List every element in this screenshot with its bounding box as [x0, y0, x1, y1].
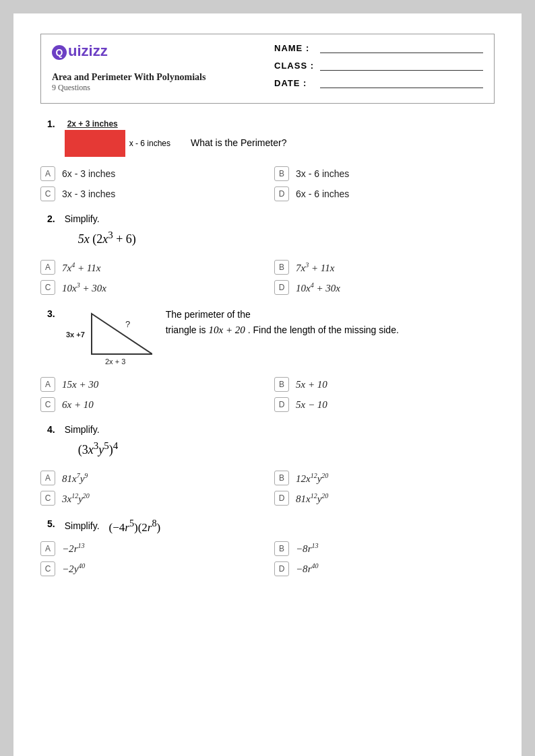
q5-option-c: C −2y40 [40, 561, 261, 576]
q2-option-d: D 10x4 + 30x [274, 280, 495, 295]
q4-letter-c: C [40, 491, 55, 506]
q5-num: 5. [47, 518, 55, 529]
q1-num: 1. [47, 118, 55, 129]
q4-option-d: D 81x12y20 [274, 491, 495, 506]
question-2: 2. Simplify. 5x (2x3 + 6) A 7x4 + 11x B … [40, 213, 495, 295]
q3-triangle-area: 3x +7 2x + 3 ? [65, 307, 152, 370]
date-label: DATE : [274, 78, 315, 88]
name-field: NAME : [274, 42, 483, 53]
q3-options: A 15x + 30 B 5x + 10 C 6x + 10 D 5x − 10 [40, 377, 495, 412]
q1-option-b: B 3x - 6 inches [274, 166, 495, 181]
q4-letter-d: D [274, 491, 289, 506]
q4-letter-a: A [40, 471, 55, 485]
q1-letter-d: D [274, 186, 289, 201]
q1-letter-a: A [40, 166, 55, 181]
name-line [320, 42, 483, 53]
question-3: 3. 3x +7 2x + 3 ? The pe [40, 307, 495, 412]
q1-top-label: 2x + 3 inches [67, 119, 118, 129]
quiz-subtitle: 9 Questions [52, 83, 261, 93]
name-label: NAME : [274, 43, 315, 53]
q5-text-a: −2r13 [62, 542, 84, 555]
class-field: CLASS : [274, 60, 483, 71]
q4-options: A 81x7y9 B 12x12y20 C 3x12y20 D 81x12y20 [40, 471, 495, 506]
q1-rect-row: x - 6 inches [65, 130, 170, 157]
q1-option-a: A 6x - 3 inches [40, 166, 261, 181]
q3-option-a: A 15x + 30 [40, 377, 261, 392]
quizizz-logo: Quizizz [52, 42, 261, 60]
q3-text-c: 6x + 10 [62, 399, 94, 411]
q5-option-a: A −2r13 [40, 541, 261, 556]
q2-expr: 5x (2x3 + 6) [78, 230, 136, 246]
q1-option-c: C 3x - 3 inches [40, 186, 261, 201]
q4-content: Simplify. (3x3y5)4 [65, 424, 119, 464]
q1-text-d: 6x - 6 inches [296, 188, 349, 199]
q5-text-b: −8r13 [296, 542, 318, 555]
q1-text-a: 6x - 3 inches [62, 168, 115, 179]
logo-q-circle: Q [52, 45, 67, 60]
q3-letter-c: C [40, 397, 55, 412]
date-field: DATE : [274, 77, 483, 88]
q1-letter-b: B [274, 166, 289, 181]
q5-letter-c: C [40, 561, 55, 576]
q4-option-c: C 3x12y20 [40, 491, 261, 506]
q5-expr: (−4r5)(2r8) [109, 518, 161, 535]
question-1: 1. 2x + 3 inches x - 6 inches What is th… [40, 117, 495, 201]
q2-text-d: 10x4 + 30x [296, 281, 340, 294]
q2-letter-a: A [40, 260, 55, 275]
q1-rect-shape [65, 130, 125, 157]
q3-side1-label: 3x +7 [66, 331, 85, 339]
q2-letter-b: B [274, 260, 289, 275]
q1-prompt: What is the Perimeter? [191, 137, 286, 148]
q4-option-b: B 12x12y20 [274, 471, 495, 485]
q3-text-d: 5x − 10 [296, 399, 327, 411]
q1-text-b: 3x - 6 inches [296, 168, 349, 179]
q5-prompt: Simplify. [65, 520, 100, 531]
class-line [320, 60, 483, 71]
q4-num: 4. [47, 424, 55, 435]
svg-marker-0 [92, 314, 152, 354]
q5-option-b: B −8r13 [274, 541, 495, 556]
q5-letter-d: D [274, 561, 289, 576]
q5-letter-b: B [274, 541, 289, 556]
q2-options: A 7x4 + 11x B 7x3 + 11x C 10x3 + 30x D 1… [40, 260, 495, 295]
q1-option-d: D 6x - 6 inches [274, 186, 495, 201]
page: Quizizz Area and Perimeter With Polynomi… [13, 13, 522, 756]
q4-letter-b: B [274, 471, 289, 485]
question-5: 5. Simplify. (−4r5)(2r8) A −2r13 B −8r13… [40, 518, 495, 576]
q4-text-d: 81x12y20 [296, 492, 328, 505]
q3-perimeter-expr: 10x + 20 [209, 324, 245, 335]
date-line [320, 77, 483, 88]
q5-content: Simplify. (−4r5)(2r8) [65, 518, 161, 535]
q2-letter-d: D [274, 280, 289, 295]
q4-text-b: 12x12y20 [296, 472, 328, 485]
q1-text-c: 3x - 3 inches [62, 188, 115, 199]
q4-option-a: A 81x7y9 [40, 471, 261, 485]
q5-letter-a: A [40, 541, 55, 556]
q2-letter-c: C [40, 280, 55, 295]
q2-option-c: C 10x3 + 30x [40, 280, 261, 295]
q3-option-b: B 5x + 10 [274, 377, 495, 392]
q2-text-b: 7x3 + 11x [296, 261, 334, 274]
q1-options: A 6x - 3 inches B 3x - 6 inches C 3x - 3… [40, 166, 495, 201]
q3-description: The perimeter of thetriangle is 10x + 20… [166, 307, 399, 338]
q4-text-c: 3x12y20 [62, 492, 90, 505]
q3-triangle-svg: 3x +7 2x + 3 ? [65, 307, 152, 368]
q3-option-c: C 6x + 10 [40, 397, 261, 412]
q3-side2-label: 2x + 3 [105, 357, 125, 366]
q2-text-c: 10x3 + 30x [62, 281, 106, 294]
q5-options: A −2r13 B −8r13 C −2y40 D −8r40 [40, 541, 495, 576]
question-4: 4. Simplify. (3x3y5)4 A 81x7y9 B 12x12y2… [40, 424, 495, 506]
q3-letter-d: D [274, 397, 289, 412]
q2-content: Simplify. 5x (2x3 + 6) [65, 213, 136, 253]
q1-letter-c: C [40, 186, 55, 201]
q2-prompt: Simplify. [65, 213, 136, 224]
q2-option-b: B 7x3 + 11x [274, 260, 495, 275]
q3-text-a: 15x + 30 [62, 379, 98, 390]
q3-text-b: 5x + 10 [296, 379, 327, 390]
q1-right-label: x - 6 inches [129, 139, 170, 148]
q2-text-a: 7x4 + 11x [62, 261, 100, 274]
q2-num: 2. [47, 213, 55, 224]
q5-text-c: −2y40 [62, 562, 85, 575]
quiz-title: Area and Perimeter With Polynomials [52, 72, 261, 83]
q3-option-d: D 5x − 10 [274, 397, 495, 412]
